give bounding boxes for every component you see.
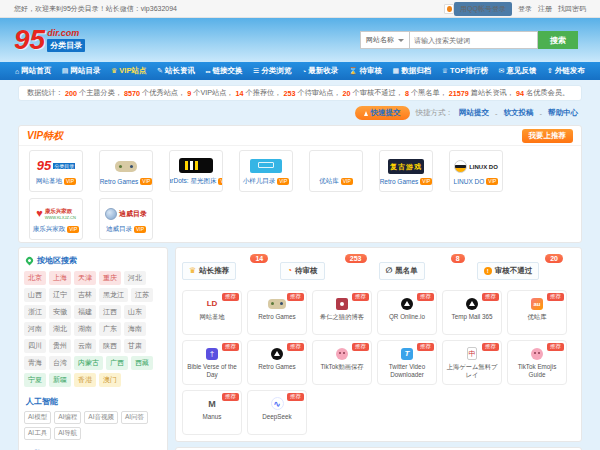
rec-card-twitter-downloader[interactable]: 推荐 T Twitter Video Downloader <box>377 340 437 385</box>
help-center-link[interactable]: 帮助中心 <box>548 108 578 118</box>
ai-tag[interactable]: AI音视频 <box>84 411 118 424</box>
tab-label: 待审核 <box>295 266 318 276</box>
vip-card-label: 优站库 <box>319 177 339 186</box>
region-tag[interactable]: 江西 <box>99 305 121 319</box>
region-tag[interactable]: 广西 <box>106 356 128 370</box>
region-tag[interactable]: 宁夏 <box>24 373 46 387</box>
ai-tag[interactable]: AI工具 <box>24 427 51 440</box>
nav-link-exchange[interactable]: ∞链接交换 <box>205 66 242 76</box>
rec-card-retro-games[interactable]: 推荐 Retro Games <box>247 290 307 335</box>
region-tag[interactable]: 香港 <box>74 373 96 387</box>
region-tag[interactable]: 新疆 <box>49 373 71 387</box>
rec-card-deepseek[interactable]: 推荐 ∿ DeepSeek <box>247 390 307 435</box>
region-tag[interactable]: 山西 <box>24 288 46 302</box>
rec-card-wangzhanjidi[interactable]: 推荐 LD 网站基地 <box>182 290 242 335</box>
stat-unit: 个推荐位， <box>246 88 282 98</box>
rec-card-manus[interactable]: 推荐 M Manus <box>182 390 242 435</box>
region-tag[interactable]: 贵州 <box>49 339 71 353</box>
region-tag[interactable]: 江苏 <box>131 288 153 302</box>
nav-category-browse[interactable]: ☰分类浏览 <box>253 66 291 76</box>
site-logo[interactable]: 95 dir.com 分类目录 <box>14 28 85 52</box>
stat-value: 8 <box>403 89 411 98</box>
nav-latest-included[interactable]: ◔最新收录 <box>302 66 338 76</box>
tab-blacklist[interactable]: ∅黑名单 <box>379 262 425 280</box>
search-button[interactable]: 搜索 <box>538 31 578 49</box>
search-category-select[interactable]: 网站名称 <box>360 31 410 49</box>
rec-card-tiktok-save[interactable]: 推荐 TikTok動画保存 <box>312 340 372 385</box>
region-tag[interactable]: 台湾 <box>49 356 71 370</box>
region-tag[interactable]: 甘肃 <box>124 339 146 353</box>
nav-data-archive[interactable]: ▦数据归档 <box>393 66 432 76</box>
nav-feedback[interactable]: ✉意见反馈 <box>499 66 537 76</box>
vip-card-kanglexing[interactable]: ♥康乐兴家政WWW.KLXJZ.CN 康乐兴家政VIP <box>29 198 83 240</box>
tab-webmaster-recommend[interactable]: ♛站长推荐 <box>182 262 236 280</box>
nav-top-ranking[interactable]: ♕TOP排行榜 <box>442 66 488 76</box>
region-tag[interactable]: 河南 <box>24 322 46 336</box>
rec-card-qr-online[interactable]: 推荐 QR Online.io <box>377 290 437 335</box>
region-tag[interactable]: 澳门 <box>99 373 121 387</box>
qq-login-button[interactable]: 用QQ帐号登录 <box>454 2 512 16</box>
region-tag[interactable]: 广东 <box>99 322 121 336</box>
get-recommended-button[interactable]: 我要上推荐 <box>522 129 574 143</box>
region-tag[interactable]: 天津 <box>74 271 96 285</box>
forgot-password-link[interactable]: 找回密码 <box>558 4 586 14</box>
ai-tag[interactable]: AI模型 <box>24 411 51 424</box>
nav-pending-review[interactable]: ⌛待审核 <box>349 66 382 76</box>
region-tag[interactable]: 内蒙古 <box>74 356 103 370</box>
nav-label: 意见反馈 <box>506 66 536 76</box>
region-tag[interactable]: 湖北 <box>49 322 71 336</box>
region-tag[interactable]: 西藏 <box>131 356 153 370</box>
rec-card-bible-verse[interactable]: 推荐 † Bible Verse of the Day <box>182 340 242 385</box>
region-tag[interactable]: 陕西 <box>99 339 121 353</box>
rec-card-temp-mail[interactable]: 推荐 Temp Mail 365 <box>442 290 502 335</box>
rec-card-xiren-blog[interactable]: 推荐 希仁之猫的博客 <box>312 290 372 335</box>
vip-badge: VIP <box>67 226 79 233</box>
vip-card-stardots[interactable]: StarDots: 星光图床VIP <box>169 150 223 192</box>
region-tag[interactable]: 黑龙江 <box>99 288 128 302</box>
vip-card-youzhanku[interactable]: 优站库VIP <box>309 150 363 192</box>
rec-card-shanghai-game[interactable]: 推荐 中 上海ゲーム無料プレイ <box>442 340 502 385</box>
region-tag[interactable]: 重庆 <box>99 271 121 285</box>
region-tag[interactable]: 福建 <box>74 305 96 319</box>
region-tag[interactable]: 云南 <box>74 339 96 353</box>
vip-card-linuxdo[interactable]: LINUX DO LINUX DOVIP <box>449 150 503 192</box>
nav-webmaster-news[interactable]: ✎站长资讯 <box>157 66 195 76</box>
region-tag[interactable]: 海南 <box>124 322 146 336</box>
rec-card-tiktok-emojis[interactable]: 推荐 TikTok Emojis Guide <box>507 340 567 385</box>
ai-tag[interactable]: AI问答 <box>121 411 148 424</box>
region-tag[interactable]: 安徽 <box>49 305 71 319</box>
region-tag[interactable]: 辽宁 <box>49 288 71 302</box>
vip-card-wangzhanjidi[interactable]: 95分类目录 网站基地VIP <box>29 150 83 192</box>
nav-label: 数据归档 <box>401 66 431 76</box>
search-input[interactable] <box>410 31 538 49</box>
article-submit-link[interactable]: 软文投稿 <box>504 108 534 118</box>
site-submit-link[interactable]: 网站提交 <box>459 108 489 118</box>
region-tag[interactable]: 吉林 <box>74 288 96 302</box>
login-link[interactable]: 登录 <box>518 4 532 14</box>
count-badge: 8 <box>451 254 465 263</box>
region-tag[interactable]: 北京 <box>24 271 46 285</box>
nav-vip-sites[interactable]: ♛VIP站点 <box>111 66 146 76</box>
vip-card-fugu-youxi[interactable]: 复古游戏 Retro GamesVIP <box>379 150 433 192</box>
nav-home[interactable]: ⌂网站首页 <box>15 66 51 76</box>
region-tag[interactable]: 山东 <box>124 305 146 319</box>
region-tag[interactable]: 四川 <box>24 339 46 353</box>
vip-card-xiaoyanger[interactable]: 小样儿目录VIP <box>239 150 293 192</box>
region-tag[interactable]: 青海 <box>24 356 46 370</box>
nav-external-links[interactable]: ⇧外链发布 <box>547 66 585 76</box>
vip-card-retro-games[interactable]: Retro GamesVIP <box>99 150 153 192</box>
region-tag[interactable]: 浙江 <box>24 305 46 319</box>
rec-card-youzhanku[interactable]: 推荐 au 优站库 <box>507 290 567 335</box>
ai-tag[interactable]: AI编程 <box>54 411 81 424</box>
quick-submit-button[interactable]: 快速提交 <box>355 106 410 120</box>
tab-pending-review[interactable]: ◔待审核 <box>280 262 324 280</box>
tab-review-failed[interactable]: !审核不通过 <box>477 262 540 280</box>
rec-card-retro-games-2[interactable]: 推荐 Retro Games <box>247 340 307 385</box>
register-link[interactable]: 注册 <box>538 4 552 14</box>
region-tag[interactable]: 湖南 <box>74 322 96 336</box>
nav-directory[interactable]: ▤网站目录 <box>62 66 101 76</box>
region-tag[interactable]: 上海 <box>49 271 71 285</box>
region-tag[interactable]: 河北 <box>124 271 146 285</box>
ai-tag[interactable]: AI导航 <box>54 427 81 440</box>
vip-card-diwei[interactable]: 迪威目录 迪威目录VIP <box>99 198 153 240</box>
